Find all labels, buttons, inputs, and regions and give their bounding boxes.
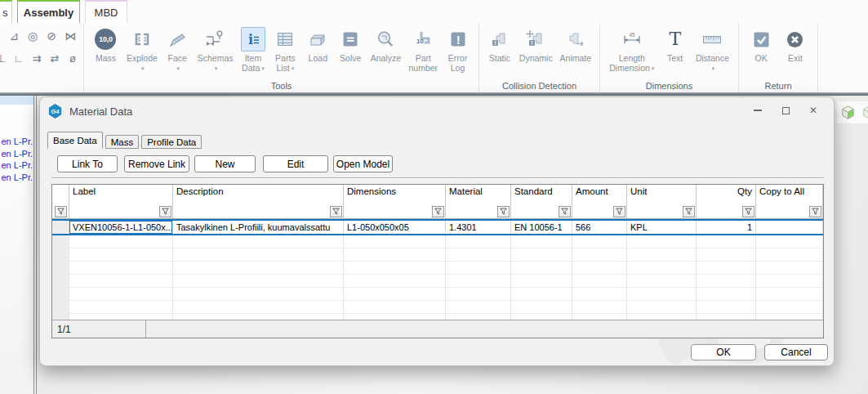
- filter-button[interactable]: [742, 206, 754, 217]
- empty-cell: [446, 275, 511, 287]
- dropdown-caret-icon: ▾: [261, 65, 265, 71]
- column-header-qty[interactable]: Qty: [697, 185, 756, 204]
- filter-button[interactable]: [683, 206, 695, 217]
- column-header-material[interactable]: Material: [446, 185, 511, 204]
- constraint-icon[interactable]: ∟: [13, 52, 24, 65]
- dialog-tab-profile-data[interactable]: Profile Data: [141, 135, 202, 149]
- dialog-tab-mass[interactable]: Mass: [105, 135, 139, 149]
- open-model-button[interactable]: Open Model: [333, 155, 393, 172]
- cell-standard[interactable]: EN 10056-1: [511, 221, 572, 234]
- constraint-icon[interactable]: ⊥: [0, 52, 7, 65]
- empty-cell: [627, 248, 697, 261]
- tree-item[interactable]: en L-Pr.: [0, 159, 33, 172]
- ribbon-button-label: LengthDimension▾: [609, 54, 654, 73]
- cell-label[interactable]: VXEN10056-1-L1-050x...: [69, 221, 173, 234]
- ribbon-button-load[interactable]: Load: [305, 27, 332, 64]
- sidebar-splitter[interactable]: [33, 96, 37, 394]
- ribbon-button-parts-list[interactable]: PartsList▾: [272, 27, 298, 73]
- filter-button[interactable]: [559, 206, 571, 217]
- remove-link-button[interactable]: Remove Link: [124, 155, 189, 172]
- close-button[interactable]: ✕: [799, 101, 827, 119]
- ribbon-button-exit[interactable]: Exit: [781, 27, 808, 64]
- cell-copy-to-all[interactable]: [756, 221, 823, 234]
- ribbon-button-length-dimension[interactable]: 45LengthDimension▾: [608, 27, 655, 73]
- column-header-dimensions[interactable]: Dimensions: [344, 185, 446, 204]
- constraint-icon[interactable]: ⇄: [49, 52, 60, 65]
- ribbon-button-item-data[interactable]: iItemData▾: [240, 27, 266, 73]
- dialog-tabs: Base DataMassProfile Data: [47, 132, 204, 149]
- constraint-icon[interactable]: ø: [67, 52, 78, 65]
- tree-item[interactable]: en L-Pr.: [0, 136, 33, 148]
- ribbon-button-face[interactable]: Face▾: [164, 27, 190, 73]
- cube-green-icon[interactable]: [839, 104, 857, 121]
- constraint-icon[interactable]: ⊘: [46, 29, 57, 43]
- cell-dimensions[interactable]: L1-050x050x05: [344, 221, 446, 234]
- ribbon-tab-mbd[interactable]: MBD: [85, 0, 127, 23]
- column-header-copy-to-all[interactable]: Copy to All: [756, 185, 823, 204]
- dropdown-caret-icon: ▾: [652, 65, 655, 71]
- minimize-button[interactable]: [744, 101, 772, 119]
- ribbon-button-static[interactable]: !Static: [487, 27, 513, 64]
- dialog-tab-base-data[interactable]: Base Data: [47, 132, 103, 149]
- empty-cell: [69, 301, 173, 313]
- ribbon-button-label: OK: [755, 54, 768, 64]
- ribbon-group-label: Return: [739, 81, 817, 91]
- filter-button[interactable]: [55, 206, 67, 217]
- column-header-standard[interactable]: Standard: [511, 185, 572, 204]
- ribbon-button-text[interactable]: TText: [662, 27, 688, 64]
- ribbon-group-return: OKExitReturn: [739, 23, 818, 92]
- empty-cell: [446, 288, 511, 300]
- ribbon-button-distance[interactable]: Distance▾: [695, 27, 730, 73]
- g4-app-icon: G4: [48, 104, 62, 119]
- dialog-title-bar[interactable]: G4 Material Data ✕: [40, 97, 834, 125]
- ribbon-button-error-log[interactable]: !ErrorLog: [445, 27, 471, 73]
- constraint-icon[interactable]: ⋈: [65, 29, 76, 43]
- table-row[interactable]: VXEN10056-1-L1-050x...Tasakylkinen L-Pro…: [52, 219, 823, 235]
- cube-icon[interactable]: [861, 104, 868, 121]
- filter-button[interactable]: [809, 206, 821, 217]
- column-header-description[interactable]: Description: [173, 185, 344, 204]
- constraint-icon[interactable]: ⊿: [8, 29, 20, 43]
- filter-button[interactable]: [432, 206, 444, 217]
- ribbon-tab-partial[interactable]: s: [0, 0, 12, 23]
- filter-cell: [572, 204, 627, 218]
- ribbon-button-ok[interactable]: OK: [748, 27, 775, 64]
- ribbon-tab-assembly[interactable]: Assembly: [17, 0, 80, 23]
- ribbon-button-schemas[interactable]: Schemas▾: [197, 27, 234, 73]
- empty-cell: [69, 262, 173, 274]
- filter-button[interactable]: [159, 206, 171, 217]
- cancel-button[interactable]: Cancel: [764, 344, 828, 360]
- ok-button[interactable]: OK: [691, 344, 756, 360]
- ribbon-button-animate[interactable]: Animate: [559, 27, 593, 64]
- column-header-amount[interactable]: Amount: [572, 185, 627, 204]
- constraint-icon[interactable]: ◎: [27, 29, 38, 43]
- ribbon-button-explode[interactable]: Explode▾: [126, 27, 158, 73]
- constraint-icon[interactable]: ⇉: [31, 52, 42, 65]
- filter-button[interactable]: [613, 206, 625, 217]
- cell-qty[interactable]: 1: [697, 221, 756, 234]
- link-to-button[interactable]: Link To: [57, 155, 118, 172]
- filter-cell: [627, 204, 697, 218]
- ribbon-button-dynamic[interactable]: !Dynamic: [519, 27, 554, 64]
- cell-material[interactable]: 1.4301: [446, 221, 511, 234]
- ribbon-button-label: PartsList▾: [275, 54, 296, 73]
- ribbon-button-part-number[interactable]: 10Partnumber: [407, 27, 438, 73]
- cell-unit[interactable]: KPL: [627, 221, 697, 234]
- maximize-button[interactable]: [772, 101, 799, 119]
- ribbon-button-solve[interactable]: Solve: [337, 27, 363, 64]
- new-button[interactable]: New: [194, 155, 256, 172]
- ribbon-button-mass[interactable]: 10,0Mass: [91, 27, 119, 64]
- empty-cell: [697, 301, 756, 313]
- cell-amount[interactable]: 566: [572, 221, 627, 234]
- column-header-unit[interactable]: Unit: [627, 185, 697, 204]
- ribbon-button-analyze[interactable]: Analyze: [370, 27, 402, 64]
- tree-item[interactable]: en L-Pr.: [0, 172, 33, 184]
- tree-item[interactable]: en L-Pr.: [0, 148, 33, 160]
- mass-icon: 10,0: [92, 27, 118, 51]
- column-header-label[interactable]: Label: [69, 185, 173, 204]
- filter-button[interactable]: [330, 206, 342, 217]
- table-header-row: LabelDescriptionDimensionsMaterialStanda…: [52, 185, 823, 204]
- filter-button[interactable]: [497, 206, 510, 217]
- cell-description[interactable]: Tasakylkinen L-Profiili, kuumavalssattu: [173, 221, 344, 234]
- edit-button[interactable]: Edit: [263, 155, 328, 172]
